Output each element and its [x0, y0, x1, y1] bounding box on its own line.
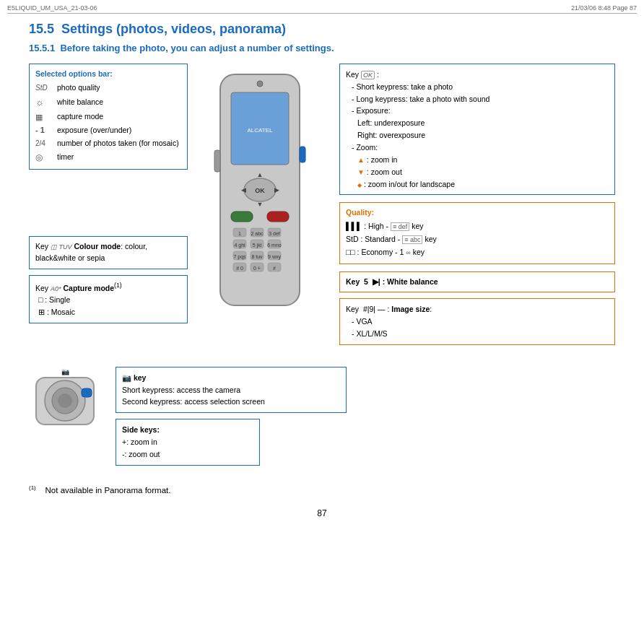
- svg-rect-36: [214, 150, 220, 172]
- colour-mode-label: Colour mode: [74, 242, 121, 251]
- list-item: StD photo quality: [35, 82, 179, 95]
- image-size-box: Key #|9| — : Image size: - VGA - XL/L/M/…: [339, 298, 615, 344]
- footnote-text: Not available in Panorama format.: [45, 485, 171, 494]
- svg-text:▲: ▲: [257, 171, 264, 178]
- header-bar: E5LIQUID_UM_USA_21-03-06 21/03/06 8:48 P…: [7, 4, 637, 14]
- subsection-heading: Before taking the photo, you can adjust …: [60, 43, 334, 53]
- footnote-superscript: (1): [29, 484, 36, 491]
- subsection-number: 15.5.1: [29, 43, 55, 53]
- svg-text:4 ghi: 4 ghi: [234, 243, 245, 248]
- svg-rect-11: [267, 212, 289, 222]
- page-number: 87: [29, 508, 615, 518]
- key-ok-box: Key OK : - Short keypress: take a photo …: [339, 64, 615, 195]
- capture-mode-box: Key A0* Capture mode(1) □ : Single ⊞ : M…: [29, 275, 188, 323]
- main-content: 15.5 Settings (photos, videos, panorama)…: [29, 22, 615, 630]
- right-column: Key OK : - Short keypress: take a photo …: [332, 64, 615, 352]
- section-number: 15.5: [29, 22, 54, 36]
- svg-point-41: [58, 393, 72, 408]
- svg-text:ALCATEL: ALCATEL: [248, 127, 274, 134]
- list-item: 2/4 number of photos taken (for mosaic): [35, 137, 179, 150]
- svg-text:#: #: [273, 266, 276, 271]
- side-keys-box: Side keys: +: zoom in -: zoom out: [116, 419, 260, 465]
- svg-text:# 0: # 0: [236, 266, 243, 271]
- section-heading: Settings (photos, videos, panorama): [61, 22, 286, 36]
- svg-point-3: [257, 81, 263, 87]
- svg-text:📷: 📷: [61, 367, 70, 376]
- svg-text:OK: OK: [255, 187, 265, 194]
- svg-text:5 jkl: 5 jkl: [253, 243, 262, 248]
- section-title: 15.5 Settings (photos, videos, panorama): [29, 22, 615, 37]
- quality-title: Quality:: [346, 207, 609, 219]
- svg-text:1: 1: [238, 231, 241, 236]
- svg-text:6 mno: 6 mno: [267, 243, 282, 248]
- svg-text:3 def: 3 def: [269, 231, 280, 236]
- subsection-title: 15.5.1 Before taking the photo, you can …: [29, 43, 615, 53]
- colour-mode-box: Key ◫ TUV Colour mode: colour, black&whi…: [29, 236, 188, 269]
- selected-options-title: Selected options bar:: [35, 69, 181, 80]
- phone-svg: ALCATEL OK ▲ ▼ ◀ ▶: [191, 71, 328, 352]
- svg-text:◀: ◀: [241, 186, 246, 193]
- svg-text:9 wxy: 9 wxy: [268, 254, 281, 260]
- phone-illustration: ALCATEL OK ▲ ▼ ◀ ▶: [188, 64, 332, 352]
- white-balance-label: White balance: [387, 277, 438, 286]
- footnote: (1) Not available in Panorama format.: [29, 484, 615, 495]
- capture-mode-label: Capture mode: [63, 283, 114, 292]
- content-area: Selected options bar: StD photo quality …: [29, 64, 615, 352]
- list-item: ☼ white balance: [35, 95, 179, 110]
- bottom-section: 📷 📷 key Short keypress: access the camer…: [29, 367, 615, 473]
- camera-icon-area: 📷: [29, 367, 101, 432]
- white-balance-box: Key 5 ▶| : White balance: [339, 271, 615, 293]
- quality-box: Quality: ▌▌▌ : High - ≡ def key StD : St…: [339, 202, 615, 264]
- svg-rect-42: [82, 388, 92, 397]
- left-column: Selected options bar: StD photo quality …: [29, 64, 188, 352]
- svg-text:0 +: 0 +: [253, 266, 261, 271]
- svg-rect-37: [300, 147, 305, 162]
- svg-text:7 pqs: 7 pqs: [233, 254, 246, 260]
- svg-text:▼: ▼: [257, 201, 264, 208]
- camera-button-svg: 📷: [32, 367, 97, 432]
- svg-text:▶: ▶: [274, 186, 279, 193]
- svg-rect-10: [231, 212, 253, 222]
- header-right: 21/03/06 8:48 Page 87: [571, 4, 637, 12]
- selected-options-box: Selected options bar: StD photo quality …: [29, 64, 188, 170]
- list-item: ▦ capture mode: [35, 110, 179, 124]
- camera-key-box: 📷 key Short keypress: access the camera …: [116, 367, 347, 413]
- list-item: - 1 exposure (over/under): [35, 123, 179, 137]
- bottom-boxes: 📷 key Short keypress: access the camera …: [116, 367, 615, 473]
- list-item: ◎ timer: [35, 150, 179, 165]
- svg-text:2 abc: 2 abc: [251, 231, 264, 236]
- svg-text:8 tuv: 8 tuv: [251, 254, 263, 259]
- header-left: E5LIQUID_UM_USA_21-03-06: [7, 4, 97, 12]
